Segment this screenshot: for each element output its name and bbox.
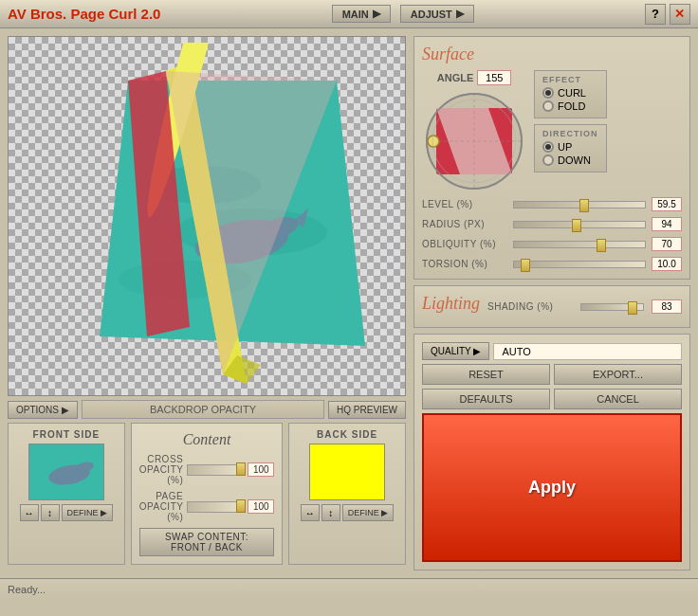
cross-opacity-row: CROSS OPACITY (%) 100 [139, 454, 274, 485]
surface-panel: Surface ANGLE [413, 36, 690, 280]
lighting-header: Lighting SHADING (%) 83 [422, 294, 682, 319]
down-label: DOWN [558, 154, 591, 166]
quality-row: QUALITY ▶ AUTO [422, 342, 682, 360]
cross-opacity-value: 100 [248, 462, 274, 477]
effect-box: EFFECT CURL FOLD [534, 70, 607, 118]
flip-h-icon[interactable]: ↔ [20, 504, 39, 521]
down-radio-row[interactable]: DOWN [542, 154, 598, 166]
direction-box: DIRECTION UP DOWN [534, 124, 607, 172]
front-thumb [28, 444, 104, 500]
app-name: AV Bros. Page Curl [8, 6, 141, 22]
torsion-slider-row: TORSION (%) 10.0 [422, 257, 682, 271]
torsion-value: 10.0 [652, 257, 682, 271]
action-panel: QUALITY ▶ AUTO RESET EXPORT... DEFAULTS … [413, 334, 690, 571]
obliquity-slider[interactable] [513, 241, 646, 248]
up-radio[interactable] [542, 141, 554, 153]
shading-value: 83 [652, 299, 682, 314]
apply-button[interactable]: Apply [422, 413, 682, 562]
left-panel: OPTIONS ▶ BACKDROP OPACITY HQ PREVIEW FR… [8, 36, 406, 571]
angle-section: ANGLE [422, 70, 526, 193]
title-bar: AV Bros. Page Curl 2.0 MAIN ▶ ADJUST ▶ ?… [0, 0, 698, 28]
radius-value: 94 [652, 217, 682, 231]
front-side-label: FRONT SIDE [14, 429, 119, 440]
lighting-title: Lighting [422, 294, 480, 314]
main-button[interactable]: MAIN ▶ [332, 5, 391, 23]
level-value: 59.5 [652, 197, 682, 211]
radius-slider[interactable] [513, 221, 646, 228]
up-radio-row[interactable]: UP [542, 141, 598, 153]
angle-label-row: ANGLE [437, 70, 512, 85]
angle-dial[interactable] [422, 89, 526, 193]
swap-content-button[interactable]: SWAP CONTENT: FRONT / BACK [139, 528, 274, 556]
main-layout: OPTIONS ▶ BACKDROP OPACITY HQ PREVIEW FR… [0, 28, 698, 578]
reset-button[interactable]: RESET [422, 364, 550, 385]
front-side-panel: FRONT SIDE ↔ ↕ DEFINE ▶ [8, 423, 125, 565]
status-text: Ready... [8, 584, 46, 595]
reset-export-row: RESET EXPORT... [422, 364, 682, 385]
backdrop-opacity-label: BACKDROP OPACITY [82, 400, 324, 419]
back-define-button[interactable]: DEFINE ▶ [342, 504, 395, 521]
shading-slider[interactable] [580, 303, 644, 311]
back-side-panel: BACK SIDE ↔ ↕ DEFINE ▶ [288, 423, 406, 565]
surface-title: Surface [422, 45, 682, 64]
hq-preview-button[interactable]: HQ PREVIEW [328, 401, 406, 419]
level-slider[interactable] [513, 201, 646, 208]
preview-canvas [8, 36, 406, 396]
angle-label: ANGLE [437, 72, 474, 83]
page-opacity-slider[interactable] [187, 501, 244, 513]
up-label: UP [558, 141, 572, 153]
app-version: 2.0 [141, 6, 161, 22]
defaults-button[interactable]: DEFAULTS [422, 389, 550, 409]
export-button[interactable]: EXPORT... [554, 364, 682, 385]
preview-svg [14, 43, 401, 391]
bottom-panels: FRONT SIDE ↔ ↕ DEFINE ▶ Content [8, 423, 406, 565]
adjust-button[interactable]: ADJUST ▶ [400, 5, 474, 23]
radius-label: RADIUS (PX) [422, 219, 507, 229]
angle-input[interactable] [477, 70, 511, 85]
radius-slider-row: RADIUS (PX) 94 [422, 217, 682, 231]
flip-v-icon[interactable]: ↕ [41, 504, 60, 521]
back-flip-v-icon[interactable]: ↕ [321, 504, 340, 521]
front-define-button[interactable]: DEFINE ▶ [62, 504, 114, 521]
app-title: AV Bros. Page Curl 2.0 [8, 6, 160, 22]
dolphin-thumb [29, 444, 104, 500]
page-opacity-label: PAGE OPACITY (%) [139, 491, 183, 522]
shading-label: SHADING (%) [487, 301, 573, 312]
curl-radio[interactable] [542, 87, 554, 99]
quality-button[interactable]: QUALITY ▶ [422, 342, 489, 360]
back-side-label: BACK SIDE [295, 429, 399, 440]
obliquity-label: OBLIQUITY (%) [422, 239, 507, 249]
obliquity-slider-row: OBLIQUITY (%) 70 [422, 237, 682, 251]
back-flip-h-icon[interactable]: ↔ [301, 504, 320, 521]
page-opacity-row: PAGE OPACITY (%) 100 [139, 491, 274, 522]
options-button[interactable]: OPTIONS ▶ [8, 401, 78, 419]
surface-content: ANGLE [422, 70, 682, 193]
defaults-cancel-row: DEFAULTS CANCEL [422, 389, 682, 409]
angle-dial-svg [422, 89, 526, 193]
back-thumb [309, 444, 385, 500]
help-button[interactable]: ? [645, 4, 666, 25]
effect-label: EFFECT [542, 75, 598, 84]
page-opacity-value: 100 [248, 499, 274, 514]
right-panel: Surface ANGLE [413, 36, 690, 571]
lighting-panel: Lighting SHADING (%) 83 [413, 285, 690, 328]
title-bar-center: MAIN ▶ ADJUST ▶ [332, 5, 474, 23]
direction-label: DIRECTION [542, 129, 598, 138]
preview-controls: OPTIONS ▶ BACKDROP OPACITY HQ PREVIEW [8, 400, 406, 419]
down-radio[interactable] [542, 154, 554, 166]
cross-opacity-slider[interactable] [187, 464, 244, 476]
cancel-button[interactable]: CANCEL [554, 389, 682, 409]
fold-radio-row[interactable]: FOLD [542, 100, 598, 112]
cross-opacity-label: CROSS OPACITY (%) [139, 454, 183, 485]
title-bar-right: ? ✕ [645, 4, 690, 25]
level-slider-row: LEVEL (%) 59.5 [422, 197, 682, 211]
svg-point-21 [428, 136, 439, 147]
curl-radio-row[interactable]: CURL [542, 87, 598, 99]
torsion-slider[interactable] [513, 261, 646, 268]
fold-radio[interactable] [542, 100, 554, 112]
torsion-label: TORSION (%) [422, 259, 507, 269]
level-label: LEVEL (%) [422, 199, 507, 209]
content-title: Content [183, 431, 231, 448]
close-button[interactable]: ✕ [670, 4, 690, 25]
content-panel: Content CROSS OPACITY (%) 100 PAGE OPACI… [131, 423, 283, 565]
